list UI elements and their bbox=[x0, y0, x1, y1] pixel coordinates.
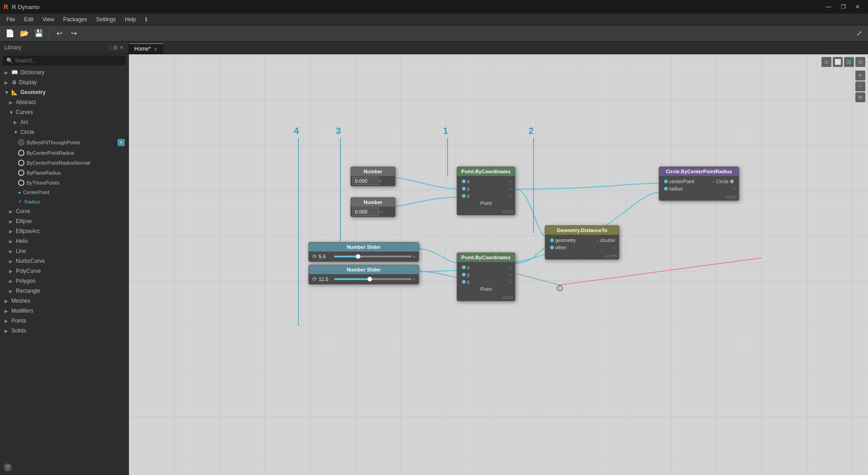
point-bycoord-1[interactable]: Point.ByCoordinates x › y › z bbox=[457, 166, 515, 215]
new-button[interactable]: 📄 bbox=[4, 27, 16, 40]
zoom-in-button[interactable]: + bbox=[855, 71, 865, 81]
sidebar-item-label: ByThreePoints bbox=[27, 180, 59, 185]
circle-bycenter[interactable]: Circle.ByCenterPointRadius centerPoint ›… bbox=[659, 166, 739, 201]
undo-button[interactable]: ↩ bbox=[53, 27, 66, 40]
port-dot-x2[interactable] bbox=[462, 266, 466, 269]
sidebar-item-radius[interactable]: ✓ Radius bbox=[0, 197, 128, 206]
menu-edit[interactable]: Edit bbox=[19, 14, 38, 24]
number-slider-1[interactable]: Number Slider ⟳ 5.6 › bbox=[308, 242, 419, 262]
viewport[interactable]: 4 3 1 2 Number › Number › bbox=[129, 54, 868, 475]
port-dot-center[interactable] bbox=[664, 180, 668, 183]
menu-settings[interactable]: Settings bbox=[92, 14, 120, 24]
sidebar-item-modifiers[interactable]: ▶ Modifiers bbox=[0, 306, 128, 316]
port-dot-geometry[interactable] bbox=[550, 238, 554, 242]
library-sort-icon[interactable]: ↕ bbox=[108, 44, 111, 51]
layout-btn[interactable]: ⊟ bbox=[855, 57, 865, 67]
port-dot-z2[interactable] bbox=[462, 280, 466, 284]
slider-arrow-2[interactable]: › bbox=[414, 277, 415, 282]
zoom-fit-button[interactable]: ⊕ bbox=[855, 92, 865, 102]
port-dot-y[interactable] bbox=[462, 187, 466, 190]
sidebar-item-centerpoint[interactable]: ● CenterPoint bbox=[0, 188, 128, 197]
library-layout-icon[interactable]: ⊞ bbox=[113, 44, 118, 51]
output-port-circle[interactable] bbox=[730, 180, 734, 183]
number-node-1[interactable]: Number › bbox=[350, 166, 396, 186]
slider-thumb-2[interactable] bbox=[368, 277, 372, 281]
slider-thumb-1[interactable] bbox=[356, 254, 360, 259]
slider-track-2[interactable] bbox=[334, 278, 412, 280]
port-dot-z[interactable] bbox=[462, 194, 466, 198]
open-button[interactable]: 📂 bbox=[18, 27, 31, 40]
sidebar-item-meshes[interactable]: ▶ Meshes bbox=[0, 296, 128, 306]
sidebar-item-polycurve[interactable]: ▶ PolyCurve bbox=[0, 266, 128, 276]
sidebar-item-nurbscurve[interactable]: ▶ NurbsCurve bbox=[0, 256, 128, 266]
number-node-2[interactable]: Number › bbox=[350, 197, 396, 217]
close-button[interactable]: ✕ bbox=[851, 2, 864, 11]
number-input-1[interactable] bbox=[353, 177, 379, 185]
help-button[interactable]: ? bbox=[4, 463, 12, 471]
geom-distanceto[interactable]: Geometry.DistanceTo geometry › double ot… bbox=[545, 225, 619, 260]
sidebar-item-dictionary[interactable]: ▶ 📖 Dictionary bbox=[0, 67, 128, 77]
tab-home[interactable]: Home* ✕ bbox=[129, 43, 163, 54]
sidebar-item-label: Radius bbox=[24, 199, 40, 204]
sidebar-item-label: Polygon bbox=[16, 278, 35, 284]
library-close-icon[interactable]: ✕ bbox=[119, 44, 124, 51]
menu-packages[interactable]: Packages bbox=[59, 14, 92, 24]
menu-view[interactable]: View bbox=[38, 14, 59, 24]
slider-icon-1: ⟳ bbox=[312, 253, 317, 260]
output-port-1[interactable]: › bbox=[380, 178, 382, 184]
sidebar-item-curves[interactable]: ▼ Curves bbox=[0, 107, 128, 117]
number-input-2[interactable] bbox=[353, 208, 379, 216]
sidebar-item-rectangle[interactable]: ▶ Rectangle bbox=[0, 286, 128, 296]
sidebar-item-helix[interactable]: ▶ Helix bbox=[0, 236, 128, 246]
slider-arrow-1[interactable]: › bbox=[414, 254, 415, 259]
sidebar-item-polygon[interactable]: ▶ Polygon bbox=[0, 276, 128, 286]
camera-view-btn[interactable]: ⊙ bbox=[821, 57, 831, 67]
menu-info[interactable]: ℹ bbox=[141, 14, 152, 24]
sidebar-item-bybestfit[interactable]: ByBestFitThroughPoints + bbox=[0, 137, 128, 148]
maximize-button[interactable]: ❐ bbox=[836, 2, 850, 11]
sidebar-item-abstract[interactable]: ▶ Abstract bbox=[0, 97, 128, 107]
sidebar-item-arc[interactable]: ▶ Arc bbox=[0, 117, 128, 127]
sidebar-item-solids[interactable]: ▶ Solids bbox=[0, 326, 128, 336]
port-dot-y2[interactable] bbox=[462, 273, 466, 276]
minimize-button[interactable]: — bbox=[822, 2, 835, 11]
geometry-icon: 📐 bbox=[11, 89, 18, 95]
sidebar-item-bythreepoints[interactable]: ByThreePoints bbox=[0, 178, 128, 188]
sidebar-item-label: Helix bbox=[16, 238, 28, 244]
sidebar-item-geometry[interactable]: ▼ 📐 Geometry bbox=[0, 87, 128, 97]
sidebar-item-ellipse[interactable]: ▶ Ellipse bbox=[0, 216, 128, 226]
sidebar-item-ellipsearc[interactable]: ▶ EllipseArc bbox=[0, 226, 128, 236]
sidebar-item-points[interactable]: ▶ Points bbox=[0, 316, 128, 326]
zoom-out-button[interactable]: − bbox=[855, 81, 865, 91]
number-slider-2[interactable]: Number Slider ⟳ 11.5 › bbox=[308, 265, 419, 285]
search-box: 🔍 bbox=[3, 56, 126, 66]
slider-track-1[interactable] bbox=[334, 256, 412, 257]
canvas-label-3: 3 bbox=[336, 126, 341, 136]
sidebar-item-bycenterpoint2[interactable]: ByCenterPointRadiusNormal bbox=[0, 158, 128, 168]
arrow-icon: ▶ bbox=[5, 70, 9, 75]
sidebar-item-curve[interactable]: ▶ Curve bbox=[0, 206, 128, 216]
output-port-2[interactable]: › bbox=[380, 209, 382, 215]
tab-close-button[interactable]: ✕ bbox=[154, 47, 157, 52]
sidebar-item-bycenterpoint[interactable]: ByCenterPointRadius bbox=[0, 148, 128, 158]
port-dot-x[interactable] bbox=[462, 180, 466, 183]
background-btn[interactable]: ⬜ bbox=[833, 57, 843, 67]
sidebar-item-display[interactable]: ▶ 🖥 Display bbox=[0, 77, 128, 87]
port-dot-radius[interactable] bbox=[664, 187, 668, 190]
point-bycoord-2[interactable]: Point.ByCoordinates x › y › z bbox=[457, 252, 515, 301]
dot-icon: ● bbox=[18, 190, 21, 195]
search-input[interactable] bbox=[15, 57, 122, 64]
sidebar-item-byplaneradius[interactable]: ByPlaneRadius bbox=[0, 168, 128, 178]
sidebar-item-circle[interactable]: ▼ Circle bbox=[0, 127, 128, 137]
node-port-y2: y › bbox=[459, 271, 513, 278]
menu-help[interactable]: Help bbox=[120, 14, 141, 24]
port-dot-other[interactable] bbox=[550, 246, 554, 249]
sidebar-item-line[interactable]: ▶ Line bbox=[0, 246, 128, 256]
grid-toggle-btn[interactable]: ⊞ bbox=[844, 57, 854, 67]
redo-button[interactable]: ↪ bbox=[67, 27, 80, 40]
menu-file[interactable]: File bbox=[2, 14, 19, 24]
add-node-button[interactable]: + bbox=[118, 139, 125, 146]
full-screen-button[interactable]: ⤢ bbox=[853, 27, 865, 40]
save-button[interactable]: 💾 bbox=[33, 27, 45, 40]
node-header: Point.ByCoordinates bbox=[457, 253, 515, 262]
